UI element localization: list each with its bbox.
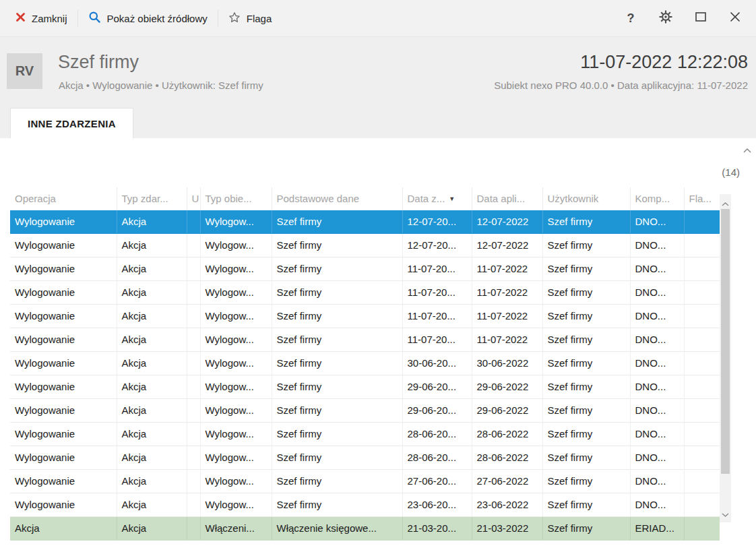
cell-typ-zdarzenia: Akcja <box>117 352 187 375</box>
table-row[interactable]: Wylogowanie Akcja Wylogow... Szef firmy … <box>10 399 720 423</box>
column-header-komputer[interactable]: Komp... <box>630 187 684 210</box>
cell-uzytkownik: Szef firmy <box>542 352 630 375</box>
cell-typ-zdarzenia: Akcja <box>117 446 187 470</box>
cell-typ-zdarzenia: Akcja <box>117 517 187 541</box>
column-header-data-zdarzenia[interactable]: Data z...▼ <box>402 187 472 210</box>
table-row[interactable]: Wylogowanie Akcja Wylogow... Szef firmy … <box>10 210 720 234</box>
scrollbar-thumb[interactable] <box>721 209 730 474</box>
cell-flaga <box>684 210 720 234</box>
events-table: Operacja Typ zdar... U Typ obie... Podst… <box>10 187 731 541</box>
table-row[interactable]: Wylogowanie Akcja Wylogow... Szef firmy … <box>10 328 720 352</box>
scroll-up-icon[interactable] <box>722 197 729 209</box>
column-header-uzytkownik[interactable]: Użytkownik <box>542 187 630 210</box>
cell-podstawowe-dane: Szef firmy <box>272 352 402 375</box>
cell-data-aplikacyjna: 23-06-2022 <box>472 493 542 517</box>
scroll-down-icon[interactable] <box>722 508 729 520</box>
collapse-panel-icon[interactable] <box>743 144 751 156</box>
cell-operacja: Wylogowanie <box>10 328 117 352</box>
table-row[interactable]: Wylogowanie Akcja Wylogow... Szef firmy … <box>10 446 720 470</box>
help-button[interactable]: ? <box>625 11 637 26</box>
cell-podstawowe-dane: Szef firmy <box>272 423 402 446</box>
cell-typ-zdarzenia: Akcja <box>117 234 187 257</box>
cell-u <box>187 399 200 423</box>
cell-podstawowe-dane: Szef firmy <box>272 375 402 399</box>
cell-data-zdarzenia: 27-06-20... <box>402 470 472 493</box>
cell-u <box>187 328 200 352</box>
column-header-data-aplikacyjna[interactable]: Data apli... <box>472 187 542 210</box>
cell-komputer: DNO... <box>630 328 684 352</box>
tab-inne-zdarzenia[interactable]: INNE ZDARZENIA <box>10 108 133 138</box>
cell-komputer: DNO... <box>630 446 684 470</box>
close-red-icon <box>15 12 26 24</box>
help-icon: ? <box>627 11 635 26</box>
cell-komputer: DNO... <box>630 210 684 234</box>
show-source-object-label: Pokaż obiekt źródłowy <box>107 13 208 24</box>
cell-data-aplikacyjna: 29-06-2022 <box>472 375 542 399</box>
close-app-button[interactable] <box>729 11 741 25</box>
cell-data-zdarzenia: 28-06-20... <box>402 423 472 446</box>
column-header-typ-zdarzenia[interactable]: Typ zdar... <box>117 187 187 210</box>
cell-u <box>187 446 200 470</box>
cell-komputer: DNO... <box>630 305 684 328</box>
table-row[interactable]: Wylogowanie Akcja Wylogow... Szef firmy … <box>10 234 720 257</box>
cell-data-aplikacyjna: 11-07-2022 <box>472 305 542 328</box>
cell-operacja: Wylogowanie <box>10 210 117 234</box>
column-header-flaga[interactable]: Fla... <box>684 187 720 210</box>
maximize-button[interactable] <box>695 12 707 24</box>
cell-u <box>187 423 200 446</box>
cell-typ-zdarzenia: Akcja <box>117 423 187 446</box>
cell-data-aplikacyjna: 11-07-2022 <box>472 281 542 305</box>
table-row[interactable]: Wylogowanie Akcja Wylogow... Szef firmy … <box>10 305 720 328</box>
cell-flaga <box>684 446 720 470</box>
gear-icon <box>659 10 672 26</box>
table-row[interactable]: Wylogowanie Akcja Wylogow... Szef firmy … <box>10 257 720 281</box>
table-row[interactable]: Wylogowanie Akcja Wylogow... Szef firmy … <box>10 470 720 493</box>
scrollbar[interactable] <box>720 194 731 522</box>
cell-operacja: Wylogowanie <box>10 470 117 493</box>
cell-komputer: DNO... <box>630 470 684 493</box>
cell-operacja: Wylogowanie <box>10 399 117 423</box>
cell-uzytkownik: Szef firmy <box>542 328 630 352</box>
cell-flaga <box>684 470 720 493</box>
app-version-info: Subiekt nexo PRO 40.0.0 • Data aplikacyj… <box>494 80 748 91</box>
table-row[interactable]: Wylogowanie Akcja Wylogow... Szef firmy … <box>10 375 720 399</box>
table-row[interactable]: Akcja Akcja Włączeni... Włączenie księgo… <box>10 517 720 541</box>
close-window-button[interactable]: Zamknij <box>5 5 77 32</box>
cell-komputer: DNO... <box>630 493 684 517</box>
column-header-typ-obiektu[interactable]: Typ obie... <box>200 187 272 210</box>
table-row[interactable]: Wylogowanie Akcja Wylogow... Szef firmy … <box>10 423 720 446</box>
cell-podstawowe-dane: Szef firmy <box>272 446 402 470</box>
flag-button[interactable]: Flaga <box>218 5 282 32</box>
cell-podstawowe-dane: Szef firmy <box>272 328 402 352</box>
cell-data-aplikacyjna: 28-06-2022 <box>472 446 542 470</box>
cell-podstawowe-dane: Szef firmy <box>272 470 402 493</box>
cell-data-zdarzenia: 30-06-20... <box>402 352 472 375</box>
table-row[interactable]: Wylogowanie Akcja Wylogow... Szef firmy … <box>10 493 720 517</box>
column-header-u[interactable]: U <box>187 187 200 210</box>
cell-data-zdarzenia: 11-07-20... <box>402 328 472 352</box>
content-panel: (14) Operacja Typ zdar... U Typ obie... … <box>0 138 756 550</box>
table-row[interactable]: Wylogowanie Akcja Wylogow... Szef firmy … <box>10 281 720 305</box>
column-header-operacja[interactable]: Operacja <box>10 187 117 210</box>
cell-flaga <box>684 399 720 423</box>
cell-typ-zdarzenia: Akcja <box>117 470 187 493</box>
close-icon <box>730 11 741 25</box>
column-header-podstawowe-dane[interactable]: Podstawowe dane <box>272 187 402 210</box>
cell-komputer: DNO... <box>630 423 684 446</box>
show-source-object-button[interactable]: Pokaż obiekt źródłowy <box>78 5 218 32</box>
cell-data-aplikacyjna: 12-07-2022 <box>472 234 542 257</box>
cell-data-aplikacyjna: 29-06-2022 <box>472 399 542 423</box>
cell-podstawowe-dane: Szef firmy <box>272 281 402 305</box>
cell-data-aplikacyjna: 30-06-2022 <box>472 352 542 375</box>
cell-uzytkownik: Szef firmy <box>542 517 630 541</box>
cell-operacja: Wylogowanie <box>10 446 117 470</box>
cell-podstawowe-dane: Włączenie księgowe... <box>272 517 402 541</box>
close-window-label: Zamknij <box>32 13 67 24</box>
cell-data-aplikacyjna: 28-06-2022 <box>472 423 542 446</box>
settings-button[interactable] <box>659 10 672 26</box>
cell-flaga <box>684 281 720 305</box>
cell-typ-obiektu: Wylogow... <box>200 446 272 470</box>
cell-uzytkownik: Szef firmy <box>542 234 630 257</box>
table-row[interactable]: Wylogowanie Akcja Wylogow... Szef firmy … <box>10 352 720 375</box>
maximize-icon <box>695 12 706 24</box>
